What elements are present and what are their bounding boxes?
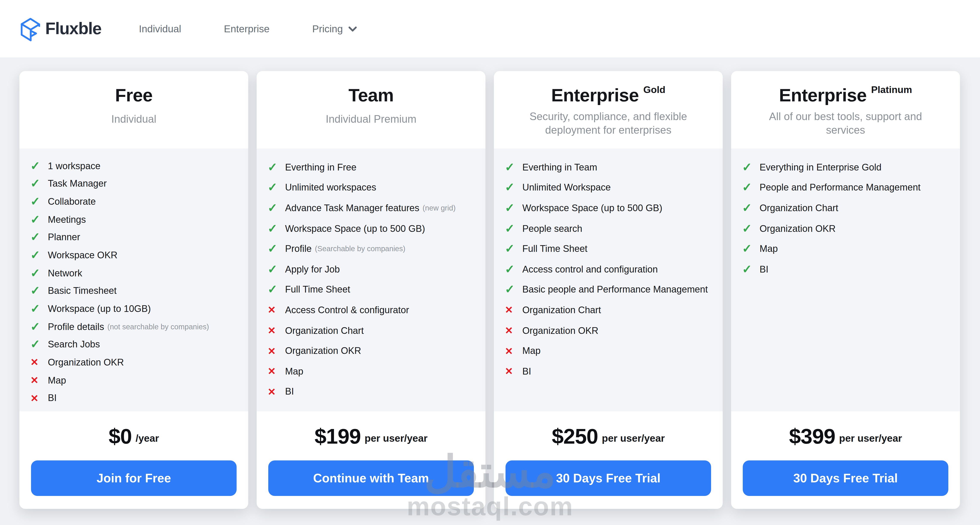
plan-subtitle: Security, compliance, and flexible deplo… (517, 109, 700, 137)
brand-logo-icon (20, 16, 40, 42)
feature-item: ✓Profile details(not searchable by compa… (30, 317, 243, 335)
nav-item-enterprise-label: Enterprise (224, 23, 270, 35)
pricing-cards: FreeIndividual✓1 workspace✓Task Manager✓… (19, 71, 960, 509)
feature-item: ✕BI (30, 389, 243, 407)
feature-label: Organization OKR (48, 357, 124, 368)
pricing-card-enterprise-gold: EnterpriseGoldSecurity, compliance, and … (494, 71, 723, 509)
price-amount: $250 (552, 424, 598, 449)
cta-button-team[interactable]: Continue with Team (268, 460, 474, 496)
feature-label: Unlimited workspaces (285, 182, 376, 193)
feature-label: Search Jobs (48, 339, 100, 350)
feature-label: BI (522, 366, 531, 376)
price-suffix: per user/year (364, 433, 428, 444)
feature-item: ✓Access control and configuration (505, 259, 718, 279)
plan-title: Team (257, 86, 485, 106)
feature-label: Organization Chart (522, 305, 601, 315)
feature-item: ✕Access Control & configurator (267, 300, 480, 320)
feature-label: Everything in Enterprise Gold (760, 162, 881, 172)
cross-icon: ✕ (505, 346, 522, 355)
nav-item-individual[interactable]: Individual (139, 23, 181, 35)
feature-item: ✕Organization OKR (30, 353, 243, 371)
plan-title-text: Team (348, 85, 394, 105)
feature-item: ✓Unlimited workspaces (267, 178, 480, 198)
feature-item: ✓Everthing in Free (267, 157, 480, 178)
check-icon: ✓ (30, 339, 48, 350)
feature-label: BI (48, 393, 57, 403)
feature-label: Organization OKR (285, 346, 361, 356)
check-icon: ✓ (267, 202, 285, 214)
feature-item: ✕Map (267, 361, 480, 381)
check-icon: ✓ (30, 285, 48, 297)
cross-icon: ✕ (267, 366, 285, 376)
check-icon: ✓ (267, 182, 285, 193)
nav-item-enterprise[interactable]: Enterprise (224, 23, 270, 35)
plan-price: $250per user/year (494, 424, 723, 449)
plan-title: EnterprisePlatinum (731, 85, 960, 106)
pricing-card-team: TeamIndividual Premium✓Everthing in Free… (257, 71, 485, 509)
plan-footer: $399per user/year30 Days Free Trial (731, 411, 960, 509)
cta-button-free[interactable]: Join for Free (31, 460, 237, 496)
cross-icon: ✕ (505, 325, 522, 335)
check-icon: ✓ (505, 161, 522, 173)
plan-price: $399per user/year (731, 424, 960, 449)
check-icon: ✓ (742, 263, 760, 275)
pricing-page: Fluxble Individual Enterprise Pricing Fr… (0, 0, 980, 525)
feature-label: Workspace Space (up to 500 GB) (522, 203, 662, 213)
feature-item: ✓Basic people and Performance Management (505, 279, 718, 300)
feature-label: Basic Timesheet (48, 285, 116, 296)
price-suffix: per user/year (839, 433, 902, 444)
cross-icon: ✕ (267, 305, 285, 315)
feature-label: Apply for Job (285, 264, 340, 274)
feature-item: ✕Organization Chart (505, 300, 718, 320)
plan-title: EnterpriseGold (494, 85, 723, 106)
cross-icon: ✕ (267, 325, 285, 335)
feature-note: (Searchable by companies) (315, 245, 405, 253)
feature-item: ✓Network (30, 264, 243, 282)
plan-header: TeamIndividual Premium (257, 71, 485, 149)
feature-list: ✓1 workspace✓Task Manager✓Collaborate✓Me… (19, 149, 248, 411)
feature-item: ✓Apply for Job (267, 259, 480, 279)
feature-item: ✓Task Manager (30, 175, 243, 193)
nav-item-pricing-label: Pricing (312, 23, 343, 35)
feature-item: ✓Workspace Space (up to 500 GB) (505, 198, 718, 218)
feature-label: People search (522, 223, 582, 233)
check-icon: ✓ (30, 321, 48, 332)
check-icon: ✓ (505, 182, 522, 193)
price-suffix: per user/year (602, 433, 665, 444)
feature-label: Access control and configuration (522, 264, 658, 274)
check-icon: ✓ (30, 232, 48, 243)
feature-item: ✓Basic Timesheet (30, 282, 243, 300)
feature-label: Profile details (48, 321, 104, 332)
check-icon: ✓ (742, 222, 760, 234)
feature-item: ✓Full Time Sheet (505, 238, 718, 259)
feature-item: ✕Organization Chart (267, 320, 480, 341)
feature-item: ✕Map (505, 341, 718, 361)
feature-item: ✓Organization OKR (742, 218, 955, 238)
feature-item: ✕BI (267, 381, 480, 402)
feature-item: ✓Full Time Sheet (267, 279, 480, 300)
feature-label: People and Performance Management (760, 182, 921, 193)
brand-logo[interactable]: Fluxble (20, 16, 101, 42)
check-icon: ✓ (267, 222, 285, 234)
cta-button-enterprise-platinum[interactable]: 30 Days Free Trial (743, 460, 948, 496)
check-icon: ✓ (505, 222, 522, 234)
cta-button-enterprise-gold[interactable]: 30 Days Free Trial (506, 460, 711, 496)
cross-icon: ✕ (30, 375, 48, 385)
feature-label: Unlimited Workspace (522, 182, 611, 193)
feature-item: ✓Search Jobs (30, 335, 243, 353)
feature-item: ✓Workspace Space (up to 500 GB) (267, 218, 480, 238)
price-suffix: /year (135, 433, 159, 444)
top-nav-bar: Fluxble Individual Enterprise Pricing (0, 0, 980, 57)
feature-label: Basic people and Performance Management (522, 284, 708, 295)
feature-label: BI (285, 386, 294, 397)
feature-item: ✓Profile(Searchable by companies) (267, 238, 480, 259)
feature-item: ✕Organization OKR (267, 341, 480, 361)
nav-item-pricing[interactable]: Pricing (312, 23, 357, 35)
feature-label: Profile (285, 244, 312, 254)
check-icon: ✓ (267, 263, 285, 275)
cross-icon: ✕ (267, 346, 285, 355)
plan-header: EnterpriseGoldSecurity, compliance, and … (494, 71, 723, 149)
plan-subtitle: All of our best tools, support and servi… (763, 109, 928, 137)
feature-label: Map (48, 375, 66, 385)
feature-item: ✓Organization Chart (742, 198, 955, 218)
